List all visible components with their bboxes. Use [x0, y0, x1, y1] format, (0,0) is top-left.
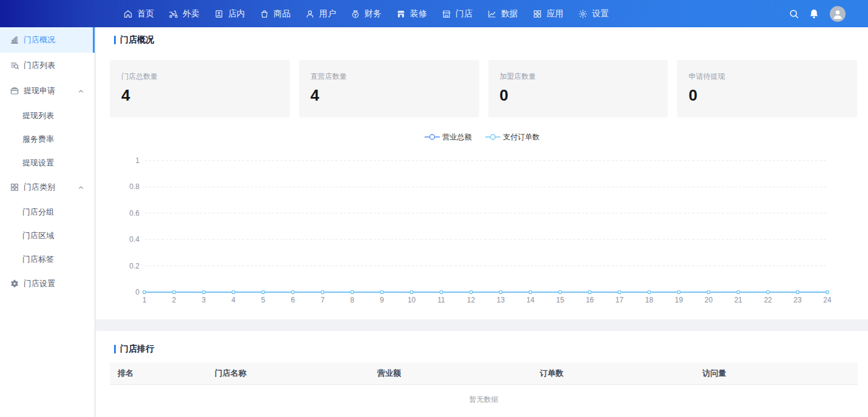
svg-text:17: 17: [616, 296, 624, 304]
svg-text:23: 23: [793, 296, 802, 304]
stat-cards: 门店总数量4直营店数量4加盟店数量0申请待提现0: [110, 60, 857, 118]
nav-item-label: 装修: [410, 8, 427, 19]
nav-item-takeout[interactable]: 外卖: [169, 0, 200, 27]
svg-text:4: 4: [232, 296, 236, 304]
delivery-icon: [169, 9, 178, 19]
ranking-table-header-row: 排名门店名称营业额订单数访问量: [110, 362, 858, 385]
sidebar-subitem-store-tag[interactable]: 门店标签: [0, 247, 95, 271]
sidebar-subitem-withdraw-list[interactable]: 提现列表: [0, 104, 95, 127]
sidebar-subitem-label: 提现列表: [22, 110, 54, 121]
sidebar-subitem-store-group[interactable]: 门店分组: [0, 200, 95, 224]
ranking-table-empty-row: 暂无数据: [110, 385, 858, 417]
apps-icon: [533, 9, 542, 19]
settings-icon: [578, 9, 588, 19]
legend-item-1[interactable]: 支付订单数: [485, 132, 540, 142]
sidebar-item-label: 门店列表: [24, 60, 55, 71]
page-title: 门店概况: [120, 35, 154, 45]
stat-card-label: 申请待提现: [688, 72, 857, 82]
ranking-column-header: 排名: [110, 362, 207, 385]
svg-text:1: 1: [143, 296, 147, 304]
svg-text:20: 20: [704, 296, 713, 304]
sidebar-item-label: 门店类别: [24, 182, 55, 193]
store-icon: [442, 9, 451, 19]
ranking-column-header: 订单数: [532, 362, 695, 385]
store-overview-panel: 门店概况 门店总数量4直营店数量4加盟店数量0申请待提现0 营业总额支付订单数 …: [96, 27, 868, 319]
legend-item-0[interactable]: 营业总额: [425, 132, 472, 142]
sidebar-subitem-label: 门店分组: [22, 207, 54, 218]
person-icon: [832, 6, 844, 22]
nav-item-label: 外卖: [183, 8, 200, 19]
sidebar-subitem-label: 门店标签: [22, 254, 54, 265]
nav-item-apps[interactable]: 应用: [533, 0, 564, 27]
nav-item-settings[interactable]: 设置: [578, 0, 609, 27]
svg-text:9: 9: [380, 296, 384, 304]
svg-text:0.8: 0.8: [129, 182, 140, 191]
ranking-title: 门店排行: [120, 344, 154, 355]
stat-card-value: 0: [688, 86, 857, 105]
stat-card-label: 直营店数量: [311, 72, 479, 82]
sidebar-subitem-withdraw-settings[interactable]: 提现设置: [0, 151, 95, 175]
nav-item-instore[interactable]: 店内: [214, 0, 245, 27]
nav-item-goods[interactable]: 商品: [260, 0, 291, 27]
chevron-up-icon: [77, 87, 85, 95]
stat-card-label: 加盟店数量: [500, 72, 668, 82]
avatar[interactable]: [830, 6, 846, 22]
sidebar-subitem-store-region[interactable]: 门店区域: [0, 224, 95, 247]
title-accent-bar: [114, 36, 116, 44]
sidebar-item-store-settings[interactable]: 门店设置: [0, 271, 95, 296]
nav-item-data[interactable]: 数据: [487, 0, 518, 27]
ranking-table: 排名门店名称营业额订单数访问量 暂无数据: [110, 362, 858, 417]
stat-card-value: 0: [500, 86, 668, 105]
svg-text:1: 1: [135, 156, 140, 165]
goods-icon: [260, 9, 269, 19]
chevron-up-icon: [77, 184, 85, 192]
svg-text:7: 7: [320, 296, 325, 304]
empty-state-text: 暂无数据: [110, 385, 858, 417]
home-icon: [123, 9, 133, 19]
nav-item-finance[interactable]: 财务: [351, 0, 382, 27]
user-icon: [305, 9, 315, 19]
stat-card-0: 门店总数量4: [110, 60, 290, 118]
nav-item-label: 设置: [592, 8, 609, 19]
svg-text:21: 21: [734, 296, 742, 304]
nav-item-stores[interactable]: 门店: [442, 0, 473, 27]
stat-card-label: 门店总数量: [121, 72, 290, 82]
svg-text:12: 12: [467, 296, 476, 304]
sidebar-item-label: 提现申请: [24, 85, 55, 96]
top-nav-items: 首页外卖店内商品用户财务装修门店数据应用设置: [0, 0, 624, 27]
store-ranking-panel: 门店排行 排名门店名称营业额订单数访问量 暂无数据: [96, 331, 868, 417]
bell-icon[interactable]: [809, 8, 819, 19]
sidebar-item-store-overview[interactable]: 门店概况: [0, 27, 95, 53]
svg-text:13: 13: [497, 296, 505, 304]
sidebar-item-store-list[interactable]: 门店列表: [0, 53, 95, 78]
nav-item-users[interactable]: 用户: [305, 0, 336, 27]
svg-text:10: 10: [408, 296, 416, 304]
grid-icon: [10, 182, 19, 192]
data-icon: [487, 9, 497, 19]
overview-section-title: 门店概况: [96, 27, 868, 45]
search-icon[interactable]: [789, 8, 799, 19]
nav-item-label: 数据: [501, 8, 518, 19]
nav-item-label: 财务: [365, 8, 382, 19]
sidebar-item-withdraw-apply[interactable]: 提现申请: [0, 78, 95, 104]
svg-text:0.2: 0.2: [129, 262, 140, 270]
svg-text:22: 22: [764, 296, 772, 304]
svg-text:15: 15: [556, 296, 565, 304]
svg-text:24: 24: [823, 296, 832, 304]
sidebar-item-label: 门店概况: [24, 35, 55, 45]
svg-text:8: 8: [350, 296, 354, 304]
svg-text:0.4: 0.4: [129, 235, 140, 244]
sidebar-item-store-category[interactable]: 门店类别: [0, 175, 95, 200]
sidebar-subitem-service-rate[interactable]: 服务费率: [0, 127, 95, 151]
legend-marker-icon: [425, 133, 440, 141]
stat-card-3: 申请待提现0: [677, 60, 857, 118]
ranking-column-header: 门店名称: [207, 362, 369, 385]
nav-item-label: 用户: [319, 8, 336, 19]
nav-item-home[interactable]: 首页: [123, 0, 154, 27]
list-search-icon: [10, 61, 19, 70]
title-accent-bar: [114, 345, 116, 353]
instore-icon: [214, 9, 224, 19]
stat-card-value: 4: [311, 86, 479, 105]
svg-text:11: 11: [437, 296, 445, 304]
nav-item-decorate[interactable]: 装修: [396, 0, 427, 27]
